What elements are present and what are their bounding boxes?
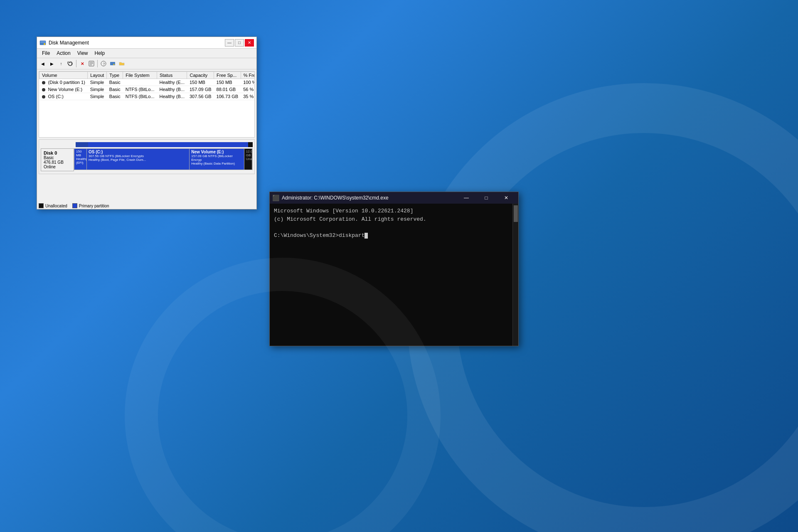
minimize-button[interactable]: — — [225, 39, 234, 47]
partition-efi[interactable]: 150 MB Healthy (EFI) — [74, 149, 87, 170]
volume-table-container: Volume Layout Type File System Status Ca… — [39, 71, 255, 138]
top-bar-os — [88, 142, 194, 147]
cmd-titlebar-left: ⬛ Administrator: C:\WINDOWS\system32\cmd… — [272, 195, 389, 201]
vol-percent: 56 % — [241, 86, 255, 93]
cmd-close-button[interactable]: ✕ — [497, 194, 516, 202]
toolbar-refresh[interactable] — [66, 59, 74, 68]
os-label: OS (C:) — [89, 150, 187, 154]
disk-management-window: Disk Management — □ ✕ File Action View H… — [37, 37, 257, 209]
disk-label-row: Disk 0 Basic 476.81 GB Online 150 MB Hea… — [41, 148, 253, 171]
toolbar-back[interactable]: ◀ — [39, 59, 47, 68]
disk-mgmt-titlebar: Disk Management — □ ✕ — [37, 37, 256, 49]
volume-dot — [42, 88, 45, 91]
top-bar-efi — [76, 142, 88, 147]
new-vol-detail2: Healthy (Basic Data Partition) — [191, 162, 242, 165]
volume-dot — [42, 95, 45, 99]
cmd-version: Microsoft Windows [Version 10.0.22621.24… — [274, 208, 413, 214]
maximize-button[interactable]: □ — [235, 39, 244, 47]
disk-name: Disk 0 — [44, 150, 71, 155]
table-row[interactable]: OS (C:) Simple Basic NTFS (BitLo... Heal… — [39, 93, 255, 100]
vol-fs: NTFS (BitLo... — [123, 93, 157, 100]
toolbar-forward[interactable]: ▶ — [48, 59, 56, 68]
cmd-minimize-button[interactable]: — — [457, 194, 476, 202]
partition-unalloc[interactable]: 12.02 GB Unallocated — [244, 149, 252, 170]
vol-layout: Simple — [88, 86, 107, 93]
cmd-icon: ⬛ — [272, 195, 279, 201]
menu-file[interactable]: File — [39, 49, 53, 57]
cmd-window: ⬛ Administrator: C:\WINDOWS\system32\cmd… — [269, 192, 519, 346]
menu-help[interactable]: Help — [91, 49, 108, 57]
vol-name: OS (C:) — [39, 93, 88, 100]
cmd-body[interactable]: Microsoft Windows [Version 10.0.22621.24… — [270, 204, 518, 346]
disk-bar-row: 150 MB Healthy (EFI) OS (C:) 307.56 GB N… — [74, 148, 253, 170]
cmd-scrollbar[interactable] — [512, 204, 518, 346]
toolbar: ◀ ▶ ↑ ✕ ? — [37, 58, 256, 69]
cmd-maximize-button[interactable]: □ — [477, 194, 496, 202]
table-row[interactable]: New Volume (E:) Simple Basic NTFS (BitLo… — [39, 86, 255, 93]
legend-unalloc-label: Unallocated — [45, 204, 67, 208]
window-controls: — □ ✕ — [225, 39, 254, 47]
vol-layout: Simple — [88, 93, 107, 100]
cmd-line-4: C:\Windows\System32>diskpart — [274, 232, 514, 240]
legend-primary-label: Primary partition — [79, 204, 109, 208]
empty-area — [39, 176, 255, 201]
svg-point-10 — [113, 64, 115, 65]
toolbar-disk-icon[interactable] — [108, 59, 117, 68]
col-capacity: Capacity — [187, 72, 214, 79]
disk-info-cell: Disk 0 Basic 476.81 GB Online — [41, 148, 74, 171]
close-button[interactable]: ✕ — [245, 39, 254, 47]
col-volume: Volume — [39, 72, 88, 79]
cmd-line-2: (c) Microsoft Corporation. All rights re… — [274, 215, 514, 224]
col-status: Status — [157, 72, 187, 79]
vol-status: Healthy (E... — [157, 79, 187, 86]
disk-top-bar — [76, 142, 253, 147]
disk-type: Basic — [44, 155, 71, 160]
new-vol-label: New Volume (E:) — [191, 150, 242, 154]
vol-percent: 100 % — [241, 79, 255, 86]
vol-type: Basic — [107, 86, 123, 93]
toolbar-up[interactable]: ↑ — [57, 59, 65, 68]
menubar: File Action View Help — [37, 49, 256, 58]
cmd-prompt-text: C:\Windows\System32>diskpart — [274, 232, 365, 239]
vol-fs — [123, 79, 157, 86]
menu-view[interactable]: View — [74, 49, 91, 57]
vol-name: (Disk 0 partition 1) — [39, 79, 88, 86]
vol-type: Basic — [107, 93, 123, 100]
volume-dot — [42, 81, 45, 84]
unalloc-label: Unallocated — [246, 157, 250, 161]
table-row[interactable]: (Disk 0 partition 1) Simple Basic Health… — [39, 79, 255, 86]
vol-free: 88.01 GB — [214, 86, 241, 93]
toolbar-folder[interactable] — [118, 59, 126, 68]
partition-new-vol[interactable]: New Volume (E:) 157.09 GB NTFS (BitLocke… — [190, 149, 244, 170]
vol-capacity: 307.56 GB — [187, 93, 214, 100]
cmd-cursor — [365, 233, 368, 239]
legend-area: Unallocated Primary partition — [39, 203, 255, 208]
col-percent: % Free — [241, 72, 255, 79]
unalloc-size: 12.02 GB — [246, 150, 250, 157]
cmd-titlebar: ⬛ Administrator: C:\WINDOWS\system32\cmd… — [270, 192, 518, 204]
toolbar-properties[interactable] — [87, 59, 96, 68]
cmd-line-3 — [274, 223, 514, 232]
efi-status: Healthy (EFI) — [76, 157, 85, 165]
disk-mgmt-icon — [39, 39, 46, 46]
vol-status: Healthy (B... — [157, 93, 187, 100]
toolbar-separator-2 — [97, 60, 98, 67]
vol-name: New Volume (E:) — [39, 86, 88, 93]
legend-unalloc-box — [39, 203, 44, 208]
vol-capacity: 157.09 GB — [187, 86, 214, 93]
vol-type: Basic — [107, 79, 123, 86]
top-bar-unalloc — [248, 142, 253, 147]
menu-action[interactable]: Action — [53, 49, 74, 57]
toolbar-stop[interactable]: ✕ — [78, 59, 86, 68]
disk-map-area: Disk 0 Basic 476.81 GB Online 150 MB Hea… — [39, 139, 255, 174]
os-detail2: Healthy (Boot, Page File, Crash Dum... — [89, 158, 187, 162]
vol-capacity: 150 MB — [187, 79, 214, 86]
cmd-controls: — □ ✕ — [457, 194, 516, 202]
legend-unallocated: Unallocated — [39, 203, 67, 208]
vol-free: 150 MB — [214, 79, 241, 86]
disk-status: Online — [44, 165, 71, 169]
disk-mgmt-title: Disk Management — [49, 40, 89, 46]
efi-size: 150 MB — [76, 150, 85, 157]
partition-os[interactable]: OS (C:) 307.56 GB NTFS (BitLocker Encryp… — [87, 149, 190, 170]
toolbar-help[interactable]: ? — [99, 59, 108, 68]
